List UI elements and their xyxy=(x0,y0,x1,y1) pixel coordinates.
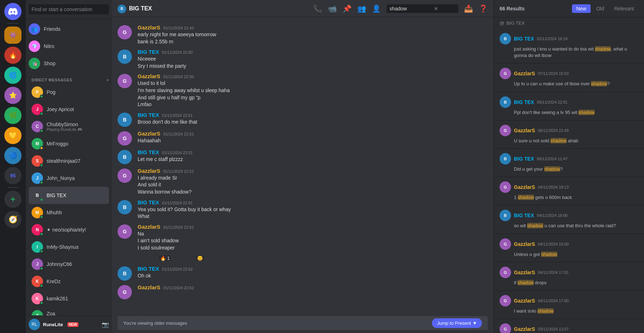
avatar: B xyxy=(118,266,132,281)
call-icon[interactable]: 📞 xyxy=(313,4,322,13)
messages-area[interactable]: G GazzlarS 01/11/2024 21:43 early night … xyxy=(112,17,493,316)
server-icon-5[interactable]: 🌿 xyxy=(4,107,22,124)
server-icon-num[interactable]: 95 xyxy=(4,167,22,184)
sr-timestamp: 04/11/2024 18:00 xyxy=(537,213,568,218)
dm-item-bigtex[interactable]: B BIG TEX xyxy=(29,187,109,204)
add-server-button[interactable]: + xyxy=(4,191,22,208)
dm-item-froggo[interactable]: M MrFroggo xyxy=(29,135,109,152)
server-icon-6[interactable]: 💛 xyxy=(4,127,22,144)
sr-avatar: G xyxy=(500,295,511,306)
message-text: Sry I missed the party xyxy=(138,63,488,70)
list-item[interactable]: B BIG TEX 04/11/2024 18:00 so wit shadow… xyxy=(494,205,644,234)
sr-message-text: so wit shadow u can use that thru the wh… xyxy=(500,223,638,229)
dm-item-stealth[interactable]: S stealthninjaa07 xyxy=(29,152,109,170)
list-item[interactable]: B BIG TEX 06/11/2024 11:47 Did u get you… xyxy=(494,149,644,177)
dm-section-label: DIRECT MESSAGES xyxy=(32,78,72,82)
bigtex-avatar: B xyxy=(32,190,43,201)
sidebar-item-nitro[interactable]: 💎 Nitro xyxy=(26,38,112,55)
dm-item-kredz[interactable]: K KreDz xyxy=(29,273,109,290)
sr-timestamp: 04/11/2024 17:01 xyxy=(538,270,569,275)
sidebar-item-friends[interactable]: 👥 Friends xyxy=(26,20,112,38)
server-icon-7[interactable]: 🔵 xyxy=(4,147,22,164)
tab-new[interactable]: New xyxy=(572,4,591,13)
reaction-extra[interactable]: 😊 xyxy=(195,254,205,262)
avatar: G xyxy=(118,285,132,299)
message-text: Hahaahah xyxy=(138,137,488,144)
main-content: B BIG TEX 📞 📹 📌 👥 👤 ✕ 📥 ❓ G GazzlarS 01/… xyxy=(112,0,493,333)
shop-label: Shop xyxy=(44,61,56,66)
search-clear-icon[interactable]: ✕ xyxy=(434,6,438,11)
stealth-name: stealthninjaa07 xyxy=(47,158,106,164)
johnnyc-avatar: J xyxy=(32,258,43,270)
pog-avatar: P xyxy=(32,86,43,98)
sr-avatar: G xyxy=(500,323,511,333)
message-text: bank is 2.55b rn xyxy=(138,38,488,46)
help-icon[interactable]: ❓ xyxy=(479,4,488,13)
message-username: BIG TEX xyxy=(138,199,159,205)
sr-message-text: Unless u got shadow xyxy=(500,251,638,258)
sidebar-footer: RL RuneLite NEW 📷 xyxy=(26,315,112,333)
server-icon-4[interactable]: ⭐ xyxy=(4,87,22,104)
search-input-header[interactable] xyxy=(390,6,433,11)
list-item[interactable]: B BIG TEX 06/11/2024 22:01 Ppl don't lik… xyxy=(494,92,644,120)
list-item[interactable]: G GazzlarS 04/11/2024 18:00 Unless u got… xyxy=(494,234,644,262)
add-friend-icon[interactable]: 👥 xyxy=(357,4,366,13)
explore-button[interactable]: 🧭 xyxy=(4,211,22,228)
discord-home-button[interactable] xyxy=(4,3,22,20)
list-item[interactable]: G GazzlarS 07/11/2024 15:03 Up to u can … xyxy=(494,63,644,92)
reaction-fire[interactable]: 🔥 1 xyxy=(158,254,172,262)
message-text: Brooo don't do me like that xyxy=(138,119,488,126)
dm-item-kamik[interactable]: K kamik261 xyxy=(29,290,109,307)
message-timestamp: 01/11/2024 22:51 xyxy=(163,169,194,173)
dm-item-chubby[interactable]: C ChubbySimon Playing RuneLite 🎮 xyxy=(29,118,109,135)
joey-name: Joey Apricot xyxy=(47,106,106,112)
pin-icon[interactable]: 📌 xyxy=(343,4,352,13)
footer-new-badge: NEW xyxy=(67,322,78,327)
server-icon-1[interactable]: 👾 xyxy=(4,27,22,44)
sr-timestamp: 07/11/2024 15:03 xyxy=(538,71,569,76)
table-row: G GazzlarS 01/11/2024 22:62 xyxy=(112,283,493,301)
list-item[interactable]: B BIG TEX 02/11/2024 18:19 just asking i… xyxy=(494,29,644,63)
sr-username: GazzlarS xyxy=(514,270,535,275)
sr-avatar: G xyxy=(500,238,511,250)
dm-item-zoa[interactable]: Z Zoa Playing RuneLite 🎮 xyxy=(29,307,109,315)
list-item[interactable]: G GazzlarS 04/11/2024 17:00 I want solo … xyxy=(494,291,644,319)
message-username: GazzlarS xyxy=(138,284,160,290)
server-sidebar: 👾 🔥 🌀 ⭐ 🌿 💛 🔵 95 + 🧭 xyxy=(0,0,26,333)
message-text: I sold soulreaper xyxy=(138,244,488,252)
sr-avatar: G xyxy=(500,181,511,193)
table-row: B BIG TEX 01/11/2024 22:61 Yea you sold … xyxy=(112,198,493,222)
sr-timestamp: 06/11/2024 11:47 xyxy=(537,157,568,161)
message-text: Used to it lol xyxy=(138,80,488,87)
sr-avatar: G xyxy=(500,125,511,136)
sr-avatar: G xyxy=(500,267,511,278)
johnnyc-name: JohnnyC66 xyxy=(47,261,106,267)
chat-header: B BIG TEX 📞 📹 📌 👥 👤 ✕ 📥 ❓ xyxy=(112,0,493,17)
video-icon[interactable]: 📹 xyxy=(328,4,337,13)
sr-username: GazzlarS xyxy=(514,298,535,304)
server-icon-3[interactable]: 🌀 xyxy=(4,67,22,84)
list-item[interactable]: G GazzlarS 06/11/2024 21:49 U sure u not… xyxy=(494,120,644,149)
dm-item-neo[interactable]: N ✦ neo/sophia/ely! xyxy=(29,221,109,238)
list-item[interactable]: G GazzlarS 04/11/2024 18:13 1 shadow get… xyxy=(494,177,644,205)
tab-relevant[interactable]: Relevant xyxy=(610,4,638,13)
dm-item-johnnyc[interactable]: J JohnnyC66 xyxy=(29,256,109,273)
sr-username: GazzlarS xyxy=(514,71,535,76)
dm-item-mhuhh[interactable]: M Mhuhh xyxy=(29,204,109,221)
inbox-icon[interactable]: 📥 xyxy=(464,4,473,13)
add-dm-button[interactable]: + xyxy=(106,78,109,82)
dm-item-shaynus[interactable]: I InMy-Shaynus xyxy=(29,238,109,256)
sidebar-item-shop[interactable]: 🛍️ Shop xyxy=(26,55,112,72)
server-icon-2[interactable]: 🔥 xyxy=(4,47,22,64)
dm-item-pog[interactable]: P Pog xyxy=(29,84,109,101)
search-area xyxy=(26,0,112,19)
tab-old[interactable]: Old xyxy=(592,4,609,13)
mhuhh-avatar: M xyxy=(32,207,43,218)
dm-item-joey[interactable]: J Joey Apricot xyxy=(29,101,109,118)
list-item[interactable]: G GazzlarS 04/11/2024 17:01 if shadow dr… xyxy=(494,262,644,291)
dm-item-john[interactable]: J John_Nunya xyxy=(29,170,109,187)
search-input[interactable] xyxy=(29,4,109,14)
user-profile-icon[interactable]: 👤 xyxy=(372,4,381,13)
list-item[interactable]: G GazzlarS 03/11/2024 13:07 So u can hav… xyxy=(494,319,644,333)
jump-to-present-button[interactable]: Jump to Present ▼ xyxy=(432,318,482,328)
